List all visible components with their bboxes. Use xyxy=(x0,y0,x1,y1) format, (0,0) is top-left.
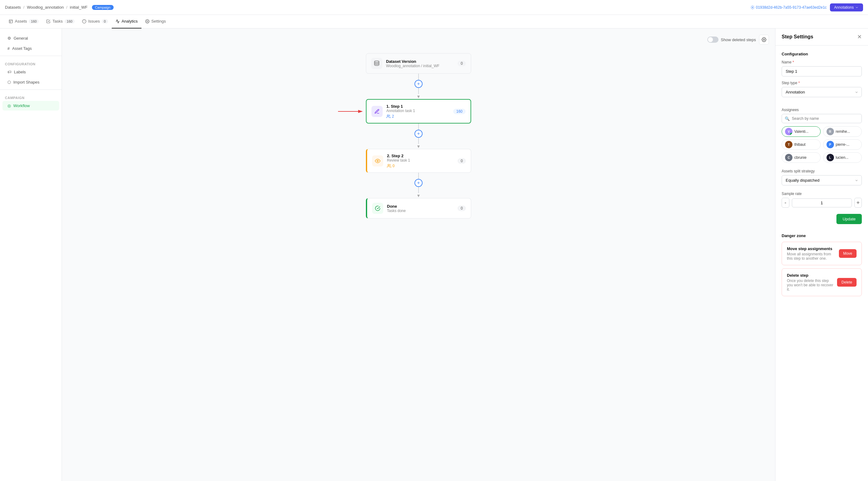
sample-increment-button[interactable]: + xyxy=(855,198,862,208)
split-strategy-section: Assets split strategy Equally dispatched… xyxy=(782,169,862,185)
topbar-right: 01938d2d-462b-7a55-9173-47ae63ed2e1c Ann… xyxy=(750,3,863,11)
search-icon: 🔍 xyxy=(785,117,790,121)
sidebar-item-import-shapes[interactable]: ⬡ Import Shapes xyxy=(2,77,59,87)
step2-subtitle: Review task 1 xyxy=(387,158,454,162)
sidebar-item-workflow[interactable]: ◎ Workflow xyxy=(2,101,59,110)
annotations-button[interactable]: Annotations xyxy=(830,3,863,11)
add-step-button-1[interactable]: + xyxy=(414,80,423,88)
step2-meta: 0 xyxy=(458,158,466,164)
avatar-cbrunie: C xyxy=(785,154,793,161)
danger-zone-title: Danger zone xyxy=(782,233,862,238)
svg-rect-1 xyxy=(9,20,13,23)
done-title: Done xyxy=(387,204,454,209)
general-icon: ⚙ xyxy=(7,36,11,40)
sidebar: ⚙ General # Asset Tags Configuration 🏷 L… xyxy=(0,29,62,481)
dataset-content: Dataset Version Woodlog_annotation / ini… xyxy=(386,59,454,68)
move-card-desc: Move all assignments from this step to a… xyxy=(787,252,836,261)
done-node[interactable]: Done Tasks done 0 xyxy=(366,198,471,219)
split-strategy-select[interactable]: Equally dispatched Round robin xyxy=(782,175,862,185)
avatar-valenti: V ✓ xyxy=(785,128,793,135)
breadcrumb-initial-wf[interactable]: initial_WF xyxy=(70,5,88,9)
assignee-valenti[interactable]: V ✓ Valenti... xyxy=(782,126,820,137)
step2-content: 2. Step 2 Review task 1 0 xyxy=(387,154,454,168)
workflow-canvas: Show deleted steps Dataset Version Woodl… xyxy=(62,29,775,481)
deleted-toggle-switch[interactable] xyxy=(707,36,718,43)
workflow-icon: ◎ xyxy=(7,103,11,108)
svg-point-7 xyxy=(375,61,379,63)
settings-gear-button[interactable] xyxy=(759,35,769,44)
show-deleted-toggle[interactable]: Show deleted steps xyxy=(707,36,756,43)
sample-rate-section: Sample rate - + xyxy=(782,192,862,208)
panel-title: Step Settings xyxy=(782,34,813,40)
tab-settings[interactable]: Settings xyxy=(142,15,169,29)
shapes-icon: ⬡ xyxy=(7,80,11,85)
step2-icon xyxy=(372,155,383,166)
avatar-thibaut: T xyxy=(785,141,793,148)
add-step-button-2[interactable]: + xyxy=(414,130,423,138)
step1-content: 1. Step 1 Annotation task 1 2 xyxy=(386,104,450,119)
main-layout: ⚙ General # Asset Tags Configuration 🏷 L… xyxy=(0,29,868,481)
assignee-pierre[interactable]: P pierre-... xyxy=(823,139,862,150)
panel-close-button[interactable]: ✕ xyxy=(857,33,862,40)
dataset-count: 0 xyxy=(458,61,466,66)
svg-point-11 xyxy=(377,160,379,162)
delete-card-content: Delete step Once you delete this step yo… xyxy=(787,273,834,292)
tab-assets[interactable]: Assets 160 xyxy=(5,15,42,29)
svg-point-10 xyxy=(387,115,389,117)
step2-node[interactable]: 2. Step 2 Review task 1 0 0 xyxy=(366,149,471,173)
split-strategy-label: Assets split strategy xyxy=(782,169,862,173)
tab-tasks[interactable]: Tasks 160 xyxy=(42,15,78,29)
breadcrumb-datasets[interactable]: Datasets xyxy=(5,5,21,9)
assignee-cbrunie[interactable]: C cbrunie xyxy=(782,152,820,163)
panel-header: Step Settings ✕ xyxy=(775,29,868,45)
done-icon xyxy=(372,203,383,214)
step1-title: 1. Step 1 xyxy=(386,104,450,109)
label-icon: 🏷 xyxy=(7,70,11,74)
dataset-meta: 0 xyxy=(458,61,466,66)
show-deleted-label: Show deleted steps xyxy=(721,37,756,42)
tab-issues[interactable]: Issues 0 xyxy=(78,15,112,29)
connector-3: + ▼ xyxy=(414,173,423,198)
avatar-lucien: L xyxy=(827,154,834,161)
topbar: Datasets / Woodlog_annotation / initial_… xyxy=(0,0,868,15)
search-assignees-wrap: 🔍 xyxy=(782,114,862,123)
dataset-icon xyxy=(371,58,382,69)
move-card-content: Move step assignments Move all assignmen… xyxy=(787,246,836,261)
step1-arrow-indicator xyxy=(338,108,363,115)
config-section: Configuration Name * Step type * Annotat… xyxy=(782,52,862,101)
done-count: 0 xyxy=(458,205,466,211)
step1-node[interactable]: 1. Step 1 Annotation task 1 2 160 xyxy=(366,99,471,124)
sample-rate-input[interactable] xyxy=(792,198,852,207)
move-button[interactable]: Move xyxy=(839,249,857,258)
assignee-lucien[interactable]: L lucien... xyxy=(823,152,862,163)
sidebar-item-asset-tags[interactable]: # Asset Tags xyxy=(2,44,59,53)
assignees-grid: V ✓ Valenti... R remihe... T thibaut xyxy=(782,126,862,163)
svg-point-0 xyxy=(752,7,753,8)
step2-assignees: 0 xyxy=(387,164,454,168)
update-button[interactable]: Update xyxy=(836,214,862,224)
sample-rate-label: Sample rate xyxy=(782,192,862,196)
dataset-node[interactable]: Dataset Version Woodlog_annotation / ini… xyxy=(366,53,471,74)
config-section-title: Configuration xyxy=(782,52,862,56)
sidebar-item-labels[interactable]: 🏷 Labels xyxy=(2,67,59,77)
panel-body: Configuration Name * Step type * Annotat… xyxy=(775,45,868,306)
assignees-label: Assignees xyxy=(782,108,862,112)
avatar-pierre: P xyxy=(827,141,834,148)
step1-assignees: 2 xyxy=(386,114,450,119)
delete-button[interactable]: Delete xyxy=(837,278,857,287)
sidebar-item-general[interactable]: ⚙ General xyxy=(2,33,59,43)
search-assignees-input[interactable] xyxy=(782,114,862,123)
commit-id: 01938d2d-462b-7a55-9173-47ae63ed2e1c xyxy=(750,5,827,9)
sample-rate-row: - + xyxy=(782,198,862,208)
dataset-title: Dataset Version xyxy=(386,59,454,64)
breadcrumb: Datasets / Woodlog_annotation / initial_… xyxy=(5,5,114,10)
breadcrumb-woodlog[interactable]: Woodlog_annotation xyxy=(27,5,64,9)
svg-point-6 xyxy=(763,39,765,40)
tab-analytics[interactable]: Analytics xyxy=(112,15,142,29)
add-step-button-3[interactable]: + xyxy=(414,179,423,187)
step-type-select[interactable]: Annotation Review xyxy=(782,87,862,97)
assignee-thibaut[interactable]: T thibaut xyxy=(782,139,820,150)
sample-decrement-button[interactable]: - xyxy=(782,198,789,208)
assignee-remihe[interactable]: R remihe... xyxy=(823,126,862,137)
name-input[interactable] xyxy=(782,66,862,76)
